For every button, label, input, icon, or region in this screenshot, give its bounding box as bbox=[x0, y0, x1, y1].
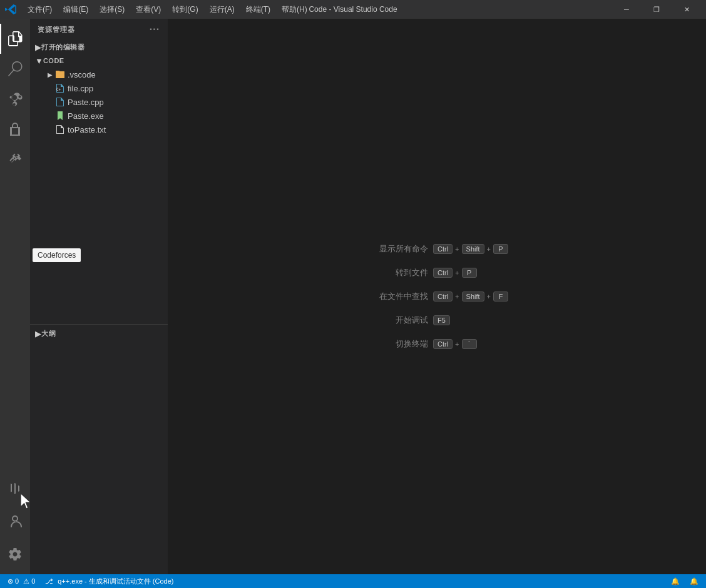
status-bar-right: 🔔 🔔 bbox=[668, 574, 701, 588]
activity-explorer[interactable] bbox=[0, 24, 30, 54]
sync-icon: 🔔 bbox=[671, 577, 680, 585]
list-item[interactable]: ▶ Paste.cpp bbox=[30, 95, 168, 109]
vscode-logo-icon bbox=[5, 4, 16, 15]
list-item[interactable]: ▶ toPaste.txt bbox=[30, 123, 168, 136]
shortcut-row: 转到文件 Ctrl + P bbox=[366, 267, 477, 278]
kbd-ctrl-1: Ctrl bbox=[433, 244, 453, 254]
kbd-shift-2: Shift bbox=[462, 291, 484, 302]
menu-terminal[interactable]: 终端(T) bbox=[241, 3, 275, 16]
menu-goto[interactable]: 转到(G) bbox=[167, 3, 203, 16]
menu-help[interactable]: 帮助(H) bbox=[277, 3, 312, 16]
code-section-label: CODE bbox=[43, 57, 64, 64]
kbd-backtick: ` bbox=[462, 339, 477, 349]
activity-extensions[interactable] bbox=[0, 144, 30, 174]
shortcut-row: 显示所有命令 Ctrl + Shift + P bbox=[366, 243, 508, 255]
kbd-group-2: Ctrl + P bbox=[433, 268, 477, 278]
activity-bar bbox=[0, 19, 30, 574]
paste-cpp-label: Paste.cpp bbox=[68, 98, 104, 107]
topaste-txt-label: toPaste.txt bbox=[68, 125, 106, 134]
title-bar-left: 文件(F) 编辑(E) 选择(S) 查看(V) 转到(G) 运行(A) 终端(T… bbox=[5, 3, 312, 16]
cpp-file-icon: C+ bbox=[55, 83, 65, 93]
editor-area: 显示所有命令 Ctrl + Shift + P 转到文件 Ctrl + P bbox=[168, 19, 706, 574]
paste-exe-label: Paste.exe bbox=[68, 111, 104, 121]
warning-count: 0 bbox=[31, 577, 35, 585]
kbd-group-5: Ctrl + ` bbox=[433, 339, 477, 349]
sidebar: 资源管理器 ··· ▶ 打开的编辑器 ▼ CODE ▶ bbox=[30, 19, 168, 574]
kbd-shift-1: Shift bbox=[462, 244, 484, 254]
open-editors-chevron-icon: ▶ bbox=[35, 43, 41, 52]
kbd-p-2: P bbox=[462, 268, 477, 278]
menu-file[interactable]: 文件(F) bbox=[23, 3, 57, 16]
activity-search[interactable] bbox=[0, 54, 30, 84]
menu-run[interactable]: 运行(A) bbox=[205, 3, 240, 16]
activity-codeforces[interactable] bbox=[0, 474, 30, 504]
branch-name: q++.exe - 生成和调试活动文件 (Code) bbox=[58, 577, 173, 586]
open-editors-section[interactable]: ▶ 打开的编辑器 bbox=[30, 40, 168, 54]
menu-bar: 文件(F) 编辑(E) 选择(S) 查看(V) 转到(G) 运行(A) 终端(T… bbox=[23, 3, 312, 16]
activity-settings[interactable] bbox=[0, 539, 30, 569]
status-sync[interactable]: 🔔 bbox=[668, 574, 682, 588]
plus-5: + bbox=[487, 293, 491, 300]
maximize-button[interactable]: ❐ bbox=[642, 0, 671, 19]
outline-header[interactable]: ▶ 大纲 bbox=[30, 327, 168, 340]
list-item[interactable]: ▶ .vscode bbox=[30, 68, 168, 81]
list-item[interactable]: ▶ C+ file.cpp bbox=[30, 81, 168, 95]
outline-section: ▶ 大纲 bbox=[30, 324, 168, 342]
sidebar-title: 资源管理器 bbox=[38, 25, 75, 34]
kbd-p-1: P bbox=[493, 244, 508, 254]
plus-6: + bbox=[455, 340, 459, 348]
status-errors[interactable]: ⊗ 0 ⚠ 0 bbox=[5, 574, 38, 588]
list-item[interactable]: ▶ Paste.exe bbox=[30, 109, 168, 123]
status-branch[interactable]: ⎇ q++.exe - 生成和调试活动文件 (Code) bbox=[43, 574, 176, 588]
status-bar: ⊗ 0 ⚠ 0 ⎇ q++.exe - 生成和调试活动文件 (Code) 🔔 🔔 bbox=[0, 574, 706, 588]
status-bar-left: ⊗ 0 ⚠ 0 ⎇ q++.exe - 生成和调试活动文件 (Code) bbox=[5, 574, 176, 588]
warning-icon: ⚠ bbox=[23, 577, 29, 585]
shortcut-label-4: 开始调试 bbox=[366, 315, 428, 326]
activity-bar-bottom bbox=[0, 474, 30, 569]
error-icon: ⊗ bbox=[8, 577, 13, 585]
shortcut-row: 切换终端 Ctrl + ` bbox=[366, 338, 477, 350]
sidebar-more-button[interactable]: ··· bbox=[149, 24, 160, 35]
kbd-ctrl-4: Ctrl bbox=[433, 339, 453, 349]
folder-icon bbox=[55, 69, 65, 79]
paste-exe-icon bbox=[55, 111, 65, 121]
empty-space bbox=[30, 136, 168, 324]
kbd-f-1: F bbox=[493, 291, 508, 302]
file-cpp-label: file.cpp bbox=[68, 84, 93, 93]
activity-account[interactable] bbox=[0, 507, 30, 537]
shortcut-label-3: 在文件中查找 bbox=[366, 291, 428, 302]
branch-icon: ⎇ bbox=[45, 577, 53, 585]
title-bar: 文件(F) 编辑(E) 选择(S) 查看(V) 转到(G) 运行(A) 终端(T… bbox=[0, 0, 706, 19]
menu-view[interactable]: 查看(V) bbox=[131, 3, 166, 16]
shortcuts-container: 显示所有命令 Ctrl + Shift + P 转到文件 Ctrl + P bbox=[366, 243, 508, 350]
window-title: Code - Visual Studio Code bbox=[309, 5, 397, 14]
notification-icon: 🔔 bbox=[690, 577, 698, 585]
plus-2: + bbox=[487, 245, 491, 253]
error-count: 0 bbox=[15, 577, 19, 585]
activity-git[interactable] bbox=[0, 84, 30, 114]
kbd-group-4: F5 bbox=[433, 315, 450, 325]
activity-debug[interactable] bbox=[0, 114, 30, 144]
minimize-button[interactable]: ─ bbox=[612, 0, 641, 19]
kbd-group-3: Ctrl + Shift + F bbox=[433, 291, 508, 302]
outline-label: 大纲 bbox=[41, 329, 56, 338]
shortcut-row: 在文件中查找 Ctrl + Shift + F bbox=[366, 291, 508, 302]
sidebar-actions: ··· bbox=[149, 24, 160, 35]
outline-chevron-icon: ▶ bbox=[35, 329, 41, 338]
menu-select[interactable]: 选择(S) bbox=[95, 3, 130, 16]
main-area: 资源管理器 ··· ▶ 打开的编辑器 ▼ CODE ▶ bbox=[0, 19, 706, 574]
code-section[interactable]: ▼ CODE bbox=[30, 54, 168, 68]
vscode-folder-label: .vscode bbox=[68, 70, 96, 79]
svg-text:C+: C+ bbox=[56, 87, 61, 91]
topaste-txt-icon bbox=[55, 124, 65, 134]
menu-edit[interactable]: 编辑(E) bbox=[58, 3, 93, 16]
shortcut-label-5: 切换终端 bbox=[366, 338, 428, 350]
kbd-group-1: Ctrl + Shift + P bbox=[433, 244, 508, 254]
shortcut-label-1: 显示所有命令 bbox=[366, 243, 428, 255]
kbd-ctrl-3: Ctrl bbox=[433, 291, 453, 302]
status-notification[interactable]: 🔔 bbox=[687, 574, 701, 588]
kbd-ctrl-2: Ctrl bbox=[433, 268, 453, 278]
sidebar-header: 资源管理器 ··· bbox=[30, 19, 168, 40]
close-button[interactable]: ✕ bbox=[672, 0, 701, 19]
shortcut-row: 开始调试 F5 bbox=[366, 315, 450, 326]
